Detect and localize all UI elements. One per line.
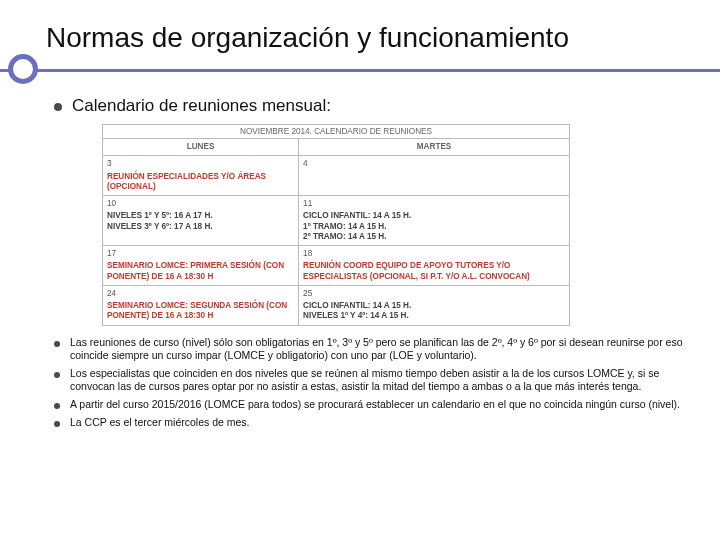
cell-lunes: 17 SEMINARIO LOMCE: PRIMERA SESIÓN (CON … [103, 246, 299, 286]
list-item: Los especialistas que coinciden en dos n… [54, 367, 684, 394]
title-decoration [30, 58, 690, 86]
table-row: 17 SEMINARIO LOMCE: PRIMERA SESIÓN (CON … [103, 246, 570, 286]
lead-bullet: Calendario de reuniones mensual: [54, 96, 684, 116]
day-number: 4 [303, 159, 565, 169]
col-head-martes: MARTES [299, 139, 570, 156]
bullet-icon [54, 372, 60, 378]
table-row: 10 NIVELES 1º Y 5º: 16 A 17 H.NIVELES 3º… [103, 196, 570, 246]
day-number: 3 [107, 159, 294, 169]
cell-text: CICLO INFANTIL: 14 A 15 H.1º TRAMO: 14 A… [303, 211, 411, 241]
col-head-lunes: LUNES [103, 139, 299, 156]
table-row: 3 REUNIÓN ESPECIALIDADES Y/O ÁREAS (OPCI… [103, 156, 570, 196]
day-number: 11 [303, 199, 565, 209]
cell-text: SEMINARIO LOMCE: SEGUNDA SESIÓN (CON PON… [107, 301, 287, 320]
lead-text: Calendario de reuniones mensual: [72, 96, 331, 116]
calendar-table-wrap: NOVIEMBRE 2014. CALENDARIO DE REUNIONES … [102, 124, 570, 326]
list-item: A partir del curso 2015/2016 (LOMCE para… [54, 398, 684, 412]
cell-martes: 4 [299, 156, 570, 196]
day-number: 18 [303, 249, 565, 259]
content-area: Calendario de reuniones mensual: NOVIEMB… [30, 94, 690, 429]
note-text: Las reuniones de curso (nivel) sólo son … [70, 336, 684, 363]
notes-list: Las reuniones de curso (nivel) sólo son … [54, 336, 684, 430]
cell-text: REUNIÓN COORD EQUIPO DE APOYO TUTORES Y/… [303, 261, 530, 280]
cell-text: REUNIÓN ESPECIALIDADES Y/O ÁREAS (OPCION… [107, 172, 266, 191]
note-text: A partir del curso 2015/2016 (LOMCE para… [70, 398, 680, 412]
cell-text: NIVELES 1º Y 5º: 16 A 17 H.NIVELES 3º Y … [107, 211, 213, 230]
cell-lunes: 10 NIVELES 1º Y 5º: 16 A 17 H.NIVELES 3º… [103, 196, 299, 246]
cell-martes: 11 CICLO INFANTIL: 14 A 15 H.1º TRAMO: 1… [299, 196, 570, 246]
cell-lunes: 3 REUNIÓN ESPECIALIDADES Y/O ÁREAS (OPCI… [103, 156, 299, 196]
note-text: La CCP es el tercer miércoles de mes. [70, 416, 250, 430]
day-number: 25 [303, 289, 565, 299]
bullet-icon [54, 421, 60, 427]
list-item: La CCP es el tercer miércoles de mes. [54, 416, 684, 430]
calendar-table: LUNES MARTES 3 REUNIÓN ESPECIALIDADES Y/… [102, 138, 570, 326]
list-item: Las reuniones de curso (nivel) sólo son … [54, 336, 684, 363]
decoration-circle [8, 54, 38, 84]
bullet-icon [54, 403, 60, 409]
cell-text: SEMINARIO LOMCE: PRIMERA SESIÓN (CON PON… [107, 261, 284, 280]
day-number: 10 [107, 199, 294, 209]
page-title: Normas de organización y funcionamiento [46, 22, 690, 54]
table-header-row: LUNES MARTES [103, 139, 570, 156]
table-row: 24 SEMINARIO LOMCE: SEGUNDA SESIÓN (CON … [103, 285, 570, 325]
table-caption: NOVIEMBRE 2014. CALENDARIO DE REUNIONES [102, 124, 570, 138]
note-text: Los especialistas que coinciden en dos n… [70, 367, 684, 394]
slide: Normas de organización y funcionamiento … [0, 0, 720, 540]
day-number: 17 [107, 249, 294, 259]
bullet-icon [54, 103, 62, 111]
cell-text: CICLO INFANTIL: 14 A 15 H.NIVELES 1º Y 4… [303, 301, 411, 320]
cell-martes: 25 CICLO INFANTIL: 14 A 15 H.NIVELES 1º … [299, 285, 570, 325]
cell-martes: 18 REUNIÓN COORD EQUIPO DE APOYO TUTORES… [299, 246, 570, 286]
cell-lunes: 24 SEMINARIO LOMCE: SEGUNDA SESIÓN (CON … [103, 285, 299, 325]
day-number: 24 [107, 289, 294, 299]
bullet-icon [54, 341, 60, 347]
decoration-line [0, 69, 720, 72]
